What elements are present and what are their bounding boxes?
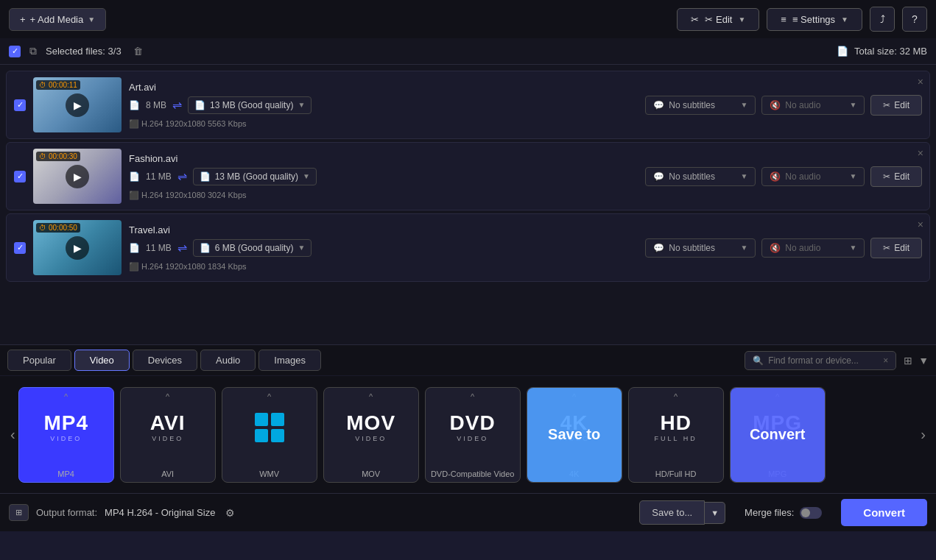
convert-button[interactable]: Convert <box>841 499 927 526</box>
subtitle-chevron-icon: ▼ <box>740 244 747 252</box>
right-section: 💬 No subtitles ▼ 🔇 No audio ▼ ✂ Edit <box>645 166 922 187</box>
audio-dropdown[interactable]: 🔇 No audio ▼ <box>761 167 865 186</box>
add-media-chevron-icon: ▼ <box>88 15 95 24</box>
format-item-mp4[interactable]: ^ MP4 VIDEO MP4 <box>18 387 114 483</box>
format-item-wmv[interactable]: ^ WMV <box>222 387 317 483</box>
file-checkbox[interactable]: ✓ <box>14 99 26 111</box>
scroll-left-button[interactable]: ‹ <box>7 426 18 443</box>
settings-button[interactable]: ≡ ≡ Settings ▼ <box>767 8 862 31</box>
subtitle-dropdown[interactable]: 💬 No subtitles ▼ <box>645 238 756 258</box>
edit-chevron-icon: ▼ <box>738 15 745 24</box>
close-button[interactable]: × <box>918 147 923 159</box>
file-name: Fashion.avi <box>129 153 638 164</box>
file-checkbox[interactable]: ✓ <box>14 242 26 254</box>
format-items: ^ MP4 VIDEO MP4 ^ AVI VIDEO AVI ^ WMV ^ <box>18 387 918 483</box>
add-media-label: + Add Media <box>30 14 84 25</box>
subtitle-icon: 💬 <box>653 243 664 253</box>
share-icon: ⤴ <box>880 13 885 25</box>
search-icon: 🔍 <box>753 355 764 366</box>
grid-view-icon[interactable]: ⊞ <box>904 355 912 366</box>
merge-files: Merge files: <box>745 507 822 519</box>
svg-rect-2 <box>255 429 268 442</box>
edit-file-button[interactable]: ✂ Edit <box>870 95 922 116</box>
audio-dropdown[interactable]: 🔇 No audio ▼ <box>761 96 865 115</box>
edit-file-button[interactable]: ✂ Edit <box>870 238 922 258</box>
format-item-avi[interactable]: ^ AVI VIDEO AVI <box>120 387 216 483</box>
bottom-bar: ⊞ Output format: MP4 H.264 - Original Si… <box>0 493 936 531</box>
format-item-mov[interactable]: ^ MOV VIDEO MOV <box>323 387 419 483</box>
help-button[interactable]: ? <box>902 7 927 32</box>
file-details: Travel.avi 📄 11 MB ⇌ 📄 6 MB (Good qualit… <box>129 224 638 272</box>
format-item-mpg[interactable]: ^ MPG VIDEO MPG Convert <box>730 387 826 483</box>
output-file-icon: 📄 <box>200 243 211 253</box>
tab-audio[interactable]: Audio <box>200 350 256 371</box>
file-details: Fashion.avi 📄 11 MB ⇌ 📄 13 MB (Good qual… <box>129 153 638 200</box>
file-size: 8 MB <box>146 100 166 110</box>
file-checkbox[interactable]: ✓ <box>14 171 26 182</box>
search-input[interactable] <box>768 355 879 366</box>
thumbnail[interactable]: ▶ ⏱ 00:00:50 <box>33 220 122 275</box>
output-size-dropdown[interactable]: 📄 13 MB (Good quality) ▼ <box>193 168 317 185</box>
output-size-dropdown[interactable]: 📄 13 MB (Good quality) ▼ <box>188 96 312 114</box>
audio-label: No audio <box>785 243 820 253</box>
save-to-overlay-button[interactable]: Save to <box>527 388 622 482</box>
save-to-chevron-button[interactable]: ▼ <box>705 502 725 524</box>
audio-dropdown[interactable]: 🔇 No audio ▼ <box>761 238 865 258</box>
tab-video[interactable]: Video <box>74 350 130 371</box>
svg-rect-3 <box>271 429 284 442</box>
expand-arrow-icon: ^ <box>267 392 271 401</box>
play-button[interactable]: ▶ <box>66 236 89 260</box>
close-button[interactable]: × <box>918 219 923 230</box>
format-tabs: Popular Video Devices Audio Images 🔍 × ⊞… <box>0 344 936 375</box>
select-all-checkbox[interactable]: ✓ <box>9 46 21 57</box>
file-details: Art.avi 📄 8 MB ⇌ 📄 13 MB (Good quality) … <box>129 82 638 129</box>
selected-files-label: Selected files: 3/3 <box>46 46 122 57</box>
clock-icon: ⏱ <box>39 224 46 232</box>
format-search[interactable]: 🔍 × <box>745 351 896 370</box>
merge-files-toggle[interactable] <box>800 507 822 519</box>
file-icon: 📄 <box>837 46 848 57</box>
save-to-button[interactable]: Save to... <box>639 500 705 525</box>
tab-popular[interactable]: Popular <box>7 350 71 371</box>
subtitle-icon: 💬 <box>653 100 664 110</box>
edit-file-button[interactable]: ✂ Edit <box>870 166 922 187</box>
convert-arrow-icon: ⇌ <box>177 169 187 183</box>
subtitle-icon: 💬 <box>653 171 664 182</box>
edit-button[interactable]: ✂ ✂ Edit ▼ <box>677 8 759 31</box>
add-media-button[interactable]: + + Add Media ▼ <box>9 8 106 31</box>
codec-info: ⬛ H.264 1920x1080 5563 Kbps <box>129 119 638 129</box>
search-clear-icon[interactable]: × <box>883 355 888 366</box>
expand-icon[interactable]: ▼ <box>918 355 929 366</box>
scroll-right-button[interactable]: › <box>918 426 929 443</box>
audio-label: No audio <box>785 100 820 110</box>
duration-badge: ⏱ 00:00:50 <box>36 223 80 233</box>
trash-icon[interactable]: 🗑 <box>133 46 143 57</box>
settings-gear-icon[interactable]: ⚙ <box>225 507 235 519</box>
edit-file-label: Edit <box>894 100 909 110</box>
subtitle-dropdown[interactable]: 💬 No subtitles ▼ <box>645 167 756 186</box>
format-item-hd[interactable]: ^ HD FULL HD HD/Full HD <box>628 387 724 483</box>
output-file-icon: 📄 <box>200 171 211 182</box>
play-button[interactable]: ▶ <box>66 165 89 188</box>
tab-images[interactable]: Images <box>258 350 321 371</box>
thumbnail[interactable]: ▶ ⏱ 00:00:30 <box>33 149 122 204</box>
format-item-4k[interactable]: ^ 4K VIDEO 4K Save to <box>527 387 622 483</box>
thumbnail[interactable]: ▶ ⏱ 00:00:11 <box>33 77 122 132</box>
convert-arrow-icon: ⇌ <box>177 241 187 255</box>
convert-overlay-button[interactable]: Convert <box>731 388 825 482</box>
output-size-dropdown[interactable]: 📄 6 MB (Good quality) ▼ <box>193 239 312 257</box>
close-button[interactable]: × <box>918 76 923 88</box>
subtitle-dropdown[interactable]: 💬 No subtitles ▼ <box>645 96 756 115</box>
format-item-dvd[interactable]: ^ DVD VIDEO DVD-Compatible Video <box>425 387 521 483</box>
play-button[interactable]: ▶ <box>66 93 89 117</box>
save-to-label: Save to... <box>652 507 692 518</box>
audio-chevron-icon: ▼ <box>849 172 856 180</box>
duration-badge: ⏱ 00:00:30 <box>36 152 80 161</box>
tab-devices[interactable]: Devices <box>133 350 197 371</box>
file-size-icon: 📄 <box>129 100 140 110</box>
file-size-icon: 📄 <box>129 243 140 253</box>
share-button[interactable]: ⤴ <box>870 7 895 32</box>
edit-file-icon: ✂ <box>883 171 890 182</box>
edit-label: ✂ Edit <box>705 14 732 25</box>
file-size-icon: 📄 <box>129 171 140 182</box>
